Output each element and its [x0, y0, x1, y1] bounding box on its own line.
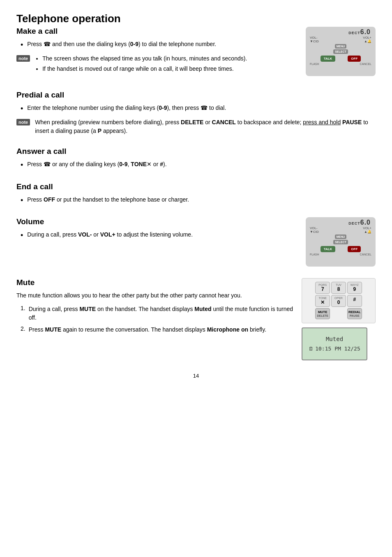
end-call-text: Press OFF or put the handset to the tele… [27, 195, 189, 204]
predial-title: Predial a call [16, 91, 376, 100]
keypad-grid: PQRS 7 TUV 8 WXYZ 9 TONE ✕ [313, 279, 364, 322]
vol-row-volume: VOL- VOL+ [307, 226, 374, 230]
tone-label: TONE [131, 161, 147, 167]
bullet-dot: • [21, 40, 23, 50]
mute-item-2: 2. Press MUTE again to resume the conver… [16, 325, 293, 334]
talk-icon: ☎ [44, 41, 51, 47]
volume-section: Volume • During a call, press VOL- or VO… [16, 217, 376, 267]
volume-bullet: • During a call, press VOL- or VOL+ to a… [16, 230, 297, 241]
screen-time: 🗓 10:15 PM 12/25 [309, 346, 360, 352]
note-item-2: If the handset is moved out of range whi… [42, 65, 247, 73]
p-label: P [98, 128, 101, 134]
phone-image-volume: DECT6.0 VOL- VOL+ ▼CID ▲🔔 MENU SELECT [306, 217, 376, 267]
note-label-2: note [16, 119, 30, 125]
dect-phone-top: DECT6.0 VOL- VOL+ ▼CID ▲🔔 MENU SELECT [306, 27, 376, 76]
key-8: TUV 8 [331, 282, 346, 294]
note-content-1: The screen shows the elapsed time as you… [35, 54, 247, 75]
cancel-label: CANCEL [212, 119, 236, 125]
predial-note: note When predialing (preview numbers be… [16, 118, 376, 135]
note-label-1: note [16, 55, 30, 62]
mic-on-label: Microphone on [207, 326, 248, 333]
predial-note-content: When predialing (preview numbers before … [35, 118, 376, 135]
note-item-1: The screen shows the elapsed time as you… [42, 54, 247, 63]
talk-icon-2: ☎ [201, 104, 208, 111]
dialing-keys-1: 0-9 [130, 41, 138, 47]
end-call-section: End a call • Press OFF or put the handse… [16, 182, 376, 206]
hash-label: # [160, 161, 163, 167]
answer-bullet: • Press ☎ or any of the dialing keys (0-… [16, 160, 376, 170]
mute-label-1: MUTE [79, 306, 96, 312]
screen-muted-text: Muted [326, 336, 343, 342]
dect-bottom-row-volume: FLASH CANCEL [307, 252, 374, 256]
key-hash: # [347, 295, 362, 307]
predial-keys: 0-9 [159, 104, 167, 111]
muted-label: Muted [194, 306, 211, 312]
screen-time-value: 10:15 PM 12/25 [315, 346, 360, 352]
mute-text-2: Press MUTE again to resume the conversat… [29, 325, 266, 334]
vol-row-top: VOL- VOL+ [307, 36, 374, 39]
bullet-dot-4: • [21, 195, 23, 206]
make-a-call-title: Make a call [16, 27, 297, 36]
talk-icon-3: ☎ [44, 161, 51, 167]
key-redial: REDIAL PAUSE [347, 308, 362, 319]
press-and-hold: press and hold [303, 119, 341, 125]
predial-section: Predial a call • Enter the telephone num… [16, 91, 376, 135]
key-0: OPER 0 [331, 295, 346, 307]
make-a-call-note: note The screen shows the elapsed time a… [16, 54, 297, 75]
mute-text-1: During a call, press MUTE on the handset… [29, 305, 293, 322]
key-mute: MUTE DELETE [315, 308, 330, 319]
dect-center-top: MENU SELECT [333, 44, 348, 54]
vol-minus-label: VOL- [78, 231, 92, 238]
predial-text: Enter the telephone number using the dia… [27, 104, 226, 112]
keypad-image: PQRS 7 TUV 8 WXYZ 9 TONE ✕ [302, 278, 376, 323]
dect-talk-row-volume: TALK OFF [321, 246, 361, 252]
screen-display: Muted 🗓 10:15 PM 12/25 [302, 327, 367, 360]
make-a-call-text: Press ☎ and then use the dialing keys (0… [27, 40, 216, 49]
phone-image-top: DECT6.0 VOL- VOL+ ▼CID ▲🔔 MENU SELECT [306, 27, 376, 76]
dect-header-top: DECT6.0 [307, 28, 374, 36]
pause-label: PAUSE [342, 119, 362, 125]
predial-bullet: • Enter the telephone number using the d… [16, 104, 376, 114]
key-7: PQRS 7 [315, 282, 330, 294]
off-label: OFF [44, 196, 55, 203]
vol-plus-label: VOL+ [100, 231, 115, 238]
dect-bottom-row-top: FLASH CANCEL [307, 62, 374, 65]
key-tone-x: TONE ✕ [315, 295, 330, 307]
answer-section: Answer a call • Press ☎ or any of the di… [16, 147, 376, 170]
dect-talk-row-top: TALK OFF [321, 56, 361, 62]
make-a-call-section: Make a call • Press ☎ and then use the d… [16, 27, 376, 79]
end-call-bullet: • Press OFF or put the handset to the te… [16, 195, 376, 206]
calendar-icon: 🗓 [309, 346, 314, 352]
mute-label-2: MUTE [45, 326, 61, 333]
answer-title: Answer a call [16, 147, 376, 156]
answer-keys: 0-9 [119, 161, 127, 167]
page-header: Telephone operation [16, 12, 376, 25]
volume-title: Volume [16, 217, 297, 226]
page-number: 14 [16, 373, 376, 379]
make-a-call-bullet: • Press ☎ and then use the dialing keys … [16, 40, 297, 50]
dect-center-volume: MENU SELECT [333, 234, 348, 244]
answer-text: Press ☎ or any of the dialing keys (0-9,… [27, 160, 166, 169]
volume-text: During a call, press VOL- or VOL+ to adj… [27, 230, 193, 239]
mute-item-1: 1. During a call, press MUTE on the hand… [16, 305, 293, 322]
key-empty [331, 308, 346, 319]
bullet-dot-3: • [21, 160, 23, 170]
bullet-dot-5: • [21, 230, 23, 241]
end-call-title: End a call [16, 182, 376, 191]
delete-label: DELETE [181, 119, 203, 125]
mute-title: Mute [16, 278, 293, 287]
page-title: Telephone operation [16, 12, 376, 25]
mute-description: The mute function allows you to hear the… [16, 291, 293, 300]
dect-header-volume: DECT6.0 [307, 219, 374, 226]
bullet-dot-2: • [21, 104, 23, 114]
dect-phone-volume: DECT6.0 VOL- VOL+ ▼CID ▲🔔 MENU SELECT [306, 217, 376, 267]
mute-section: Mute The mute function allows you to hea… [16, 278, 376, 360]
mute-right-images: PQRS 7 TUV 8 WXYZ 9 TONE ✕ [302, 278, 376, 360]
key-9: WXYZ 9 [347, 282, 362, 294]
